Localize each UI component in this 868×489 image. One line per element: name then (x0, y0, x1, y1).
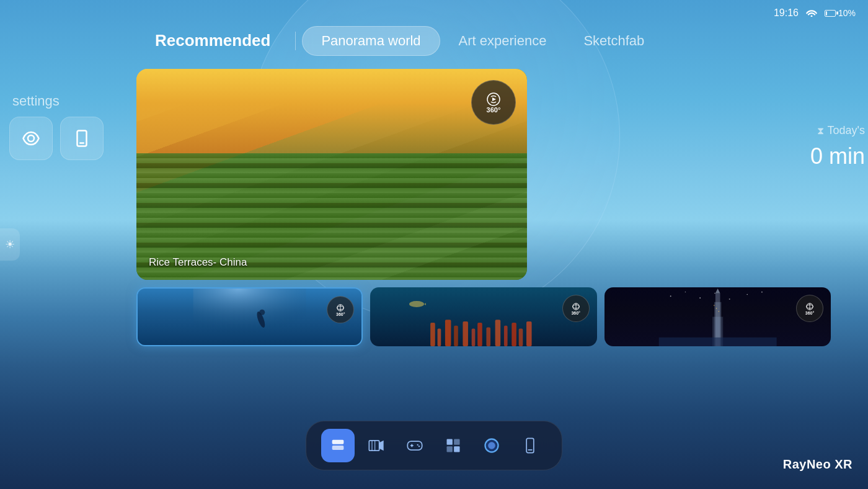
dock-gallery-app[interactable] (436, 429, 470, 462)
svg-point-58 (728, 298, 730, 300)
tab-navigation: Recommended Panorama world Art experienc… (136, 25, 831, 56)
battery-container: 10% (825, 8, 856, 18)
featured-card-label: Rice Terraces- China (149, 256, 247, 269)
eye-icon (22, 129, 40, 148)
svg-point-88 (488, 442, 495, 449)
today-label: Today's (828, 124, 865, 137)
svg-rect-78 (407, 441, 422, 450)
svg-point-82 (418, 446, 420, 447)
fish-svg (407, 300, 426, 309)
right-cards: 360° (534, 69, 831, 76)
city-360-icon (805, 302, 814, 311)
coral-card-bg (370, 287, 596, 346)
layers-icon (329, 437, 347, 454)
main-content: Recommended Panorama world Art experienc… (136, 25, 831, 346)
diver-rays-svg (138, 289, 361, 345)
svg-point-1 (28, 135, 34, 141)
svg-rect-46 (512, 323, 517, 346)
status-time: 19:16 (774, 7, 799, 19)
svg-point-32 (259, 310, 265, 315)
brightness-icon: ☀ (5, 238, 15, 251)
tab-divider (295, 32, 296, 50)
circle-icon (483, 437, 500, 454)
svg-rect-38 (445, 320, 451, 346)
coral-360-icon (572, 302, 580, 311)
play-360-icon (486, 92, 501, 107)
diver-card-bg (138, 289, 361, 345)
grid-icon (445, 437, 462, 454)
diver-360-icon (336, 303, 345, 312)
svg-point-59 (746, 294, 748, 295)
city-svg (604, 287, 831, 346)
battery-icon (825, 10, 836, 17)
status-bar: 19:16 10% (774, 7, 856, 19)
tab-art-experience[interactable]: Art experience (440, 27, 565, 55)
diver-badge-text: 360° (336, 312, 345, 316)
bottom-dock (306, 421, 562, 470)
svg-rect-39 (454, 326, 458, 346)
city-card-bg (604, 287, 831, 346)
dock-game-app[interactable] (398, 429, 432, 462)
svg-point-0 (810, 15, 812, 17)
svg-rect-45 (504, 326, 508, 346)
phone-dock-icon (521, 437, 539, 454)
wifi-icon (806, 8, 817, 19)
settings-label: settings (0, 93, 130, 117)
svg-rect-42 (477, 323, 482, 346)
featured-badge-text: 360° (487, 107, 501, 114)
coral-vr-badge: 360° (562, 295, 590, 322)
svg-rect-83 (447, 439, 453, 445)
svg-rect-47 (519, 329, 523, 347)
tab-sketchfab[interactable]: Sketchfab (565, 27, 663, 55)
bottom-card-diver[interactable]: 360° (136, 287, 363, 346)
svg-rect-36 (430, 323, 435, 346)
svg-rect-89 (526, 438, 534, 452)
film-icon (368, 437, 385, 454)
dock-video-app[interactable] (360, 429, 393, 462)
coral-badge-text: 360° (571, 311, 580, 315)
featured-card[interactable]: 360° Rice Terraces- China (136, 69, 527, 280)
svg-rect-73 (332, 446, 344, 450)
svg-rect-40 (463, 321, 469, 346)
phone-button[interactable] (60, 117, 104, 160)
svg-point-55 (684, 292, 686, 293)
svg-point-49 (409, 301, 424, 307)
left-panel: settings (0, 93, 130, 160)
bottom-cards: 360° (136, 287, 831, 346)
svg-rect-30 (193, 289, 306, 345)
svg-rect-44 (495, 320, 501, 346)
city-badge-text: 360° (805, 311, 814, 315)
tab-recommended[interactable]: Recommended (136, 25, 289, 56)
svg-marker-64 (715, 289, 720, 294)
coral-svg (370, 311, 596, 346)
featured-card-image (136, 69, 527, 280)
dock-phone-app[interactable] (513, 429, 547, 462)
svg-rect-67 (715, 308, 716, 308)
battery-percent: 10% (838, 8, 856, 18)
svg-point-56 (699, 297, 701, 298)
svg-rect-74 (369, 441, 379, 451)
content-grid: 360° Rice Terraces- China (136, 69, 831, 346)
tab-panorama-world[interactable]: Panorama world (302, 26, 440, 56)
featured-vr-badge: 360° (471, 80, 516, 125)
svg-point-81 (417, 444, 418, 446)
svg-rect-48 (526, 321, 532, 346)
bottom-card-city[interactable]: 360° (604, 287, 831, 346)
dock-settings-app[interactable] (475, 429, 508, 462)
svg-rect-86 (454, 446, 459, 452)
svg-point-60 (761, 292, 763, 293)
svg-rect-68 (718, 311, 719, 312)
left-panel-buttons (0, 117, 130, 160)
city-vr-badge: 360° (796, 295, 823, 322)
branding: RayNeo XR (783, 457, 852, 472)
svg-rect-85 (447, 446, 453, 452)
dock-home-app[interactable] (321, 429, 355, 462)
bottom-card-coral[interactable]: 360° (370, 287, 596, 346)
svg-point-57 (714, 293, 715, 294)
phone-icon (73, 129, 91, 148)
brightness-control[interactable]: ☀ (0, 228, 20, 261)
svg-marker-5 (492, 97, 496, 101)
svg-rect-41 (472, 329, 476, 347)
eye-button[interactable] (9, 117, 53, 160)
svg-rect-84 (454, 439, 459, 445)
